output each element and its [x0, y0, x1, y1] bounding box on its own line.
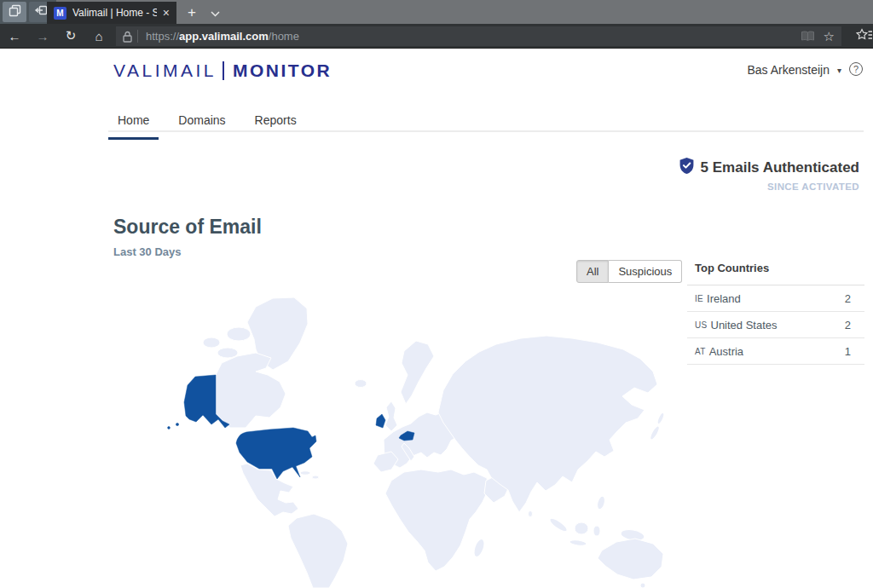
landmass-scandinavia	[401, 341, 434, 404]
country-count: 1	[845, 345, 851, 358]
country-row-austria: AT Austria 1	[687, 338, 864, 365]
favorites-hub-button[interactable]	[854, 26, 873, 46]
emails-authenticated-stat: 5 Emails Authenticated SINCE ACTIVATED	[679, 157, 859, 192]
back-icon: ←	[9, 29, 21, 43]
refresh-button[interactable]: ↻	[58, 24, 84, 48]
country-count: 2	[845, 319, 851, 331]
country-row-ireland: IE Ireland 2	[687, 285, 864, 312]
country-name: Ireland	[707, 292, 845, 305]
landmass-sri-lanka	[529, 511, 533, 517]
landmass-africa	[385, 470, 489, 571]
country-count: 2	[845, 292, 851, 305]
hub-star-icon	[856, 28, 873, 45]
help-button[interactable]: ?	[849, 62, 863, 76]
top-countries-title: Top Countries	[687, 258, 864, 285]
nav-divider	[108, 130, 864, 132]
favorite-star-icon[interactable]: ☆	[824, 29, 835, 44]
country-name: Austria	[709, 345, 845, 358]
landmass-mexico-central-america	[240, 464, 298, 516]
user-name: Bas Arkensteijn	[747, 63, 830, 77]
logo-valimail: VALIMAIL	[113, 61, 217, 81]
landmass-arctic-islands	[227, 327, 251, 341]
country-alaska-aleutians	[168, 427, 171, 429]
main-nav: Home Domains Reports	[108, 107, 316, 140]
world-map-svg	[111, 290, 674, 588]
shield-check-icon	[679, 157, 695, 178]
landmass-java	[569, 539, 587, 547]
tab-preview-button[interactable]	[3, 2, 26, 22]
set-tabs-aside-icon	[34, 4, 48, 20]
browser-tab[interactable]: M Valimail | Home - SCCT ×	[47, 2, 176, 24]
country-code: US	[695, 320, 708, 330]
landmass-tasmania	[640, 583, 645, 588]
address-bar[interactable]: https://app.valimail.com/home ☆	[116, 26, 841, 46]
landmass-iberia	[373, 452, 398, 472]
country-row-united-states: US United States 2	[687, 312, 864, 338]
world-map	[111, 290, 674, 588]
landmass-arctic-islands	[217, 348, 238, 358]
home-button[interactable]: ⌂	[86, 24, 112, 48]
country-code: AT	[695, 347, 706, 356]
back-button[interactable]: ←	[2, 24, 27, 48]
section-subtitle: Last 30 Days	[113, 245, 182, 258]
tab-title: Valimail | Home - SCCT	[72, 7, 157, 19]
landmass-arctic-islands	[203, 337, 220, 348]
tab-reports[interactable]: Reports	[246, 107, 306, 140]
tab-close-icon[interactable]: ×	[163, 7, 170, 19]
section-title: Source of Email	[113, 216, 262, 239]
tab-domains[interactable]: Domains	[169, 107, 234, 140]
forward-button[interactable]: →	[30, 24, 55, 48]
landmass-borneo	[575, 522, 588, 534]
lock-icon	[121, 31, 137, 43]
country-alaska-aleutians	[176, 423, 178, 425]
refresh-icon: ↻	[66, 28, 77, 43]
url-divider	[137, 30, 138, 43]
valimail-monitor-logo: VALIMAIL MONITOR	[113, 61, 332, 81]
browser-window: M Valimail | Home - SCCT × + ← → ↻ ⌂ htt…	[0, 0, 873, 588]
landmass-caribbean	[312, 476, 319, 479]
country-ireland	[376, 414, 385, 428]
landmass-south-america	[288, 514, 348, 588]
user-menu[interactable]: Bas Arkensteijn ▾	[747, 63, 841, 77]
tab-home[interactable]: Home	[108, 107, 159, 140]
logo-divider	[223, 61, 224, 80]
country-name: United States	[711, 319, 845, 331]
landmass-japan	[649, 425, 661, 441]
top-countries-panel: Top Countries IE Ireland 2 US United Sta…	[687, 258, 864, 365]
tab-list-button[interactable]	[205, 2, 225, 24]
landmass-iceland	[355, 380, 367, 388]
landmass-sulawesi	[593, 526, 600, 536]
landmass-australia	[598, 539, 663, 579]
valimail-favicon: M	[54, 7, 66, 20]
page-content: VALIMAIL MONITOR Bas Arkensteijn ▾ ? Hom…	[0, 49, 873, 588]
stat-subtext: SINCE ACTIVATED	[679, 182, 859, 192]
tab-preview-icon	[9, 4, 21, 20]
landmass-madagascar	[472, 538, 487, 558]
titlebar: M Valimail | Home - SCCT × +	[0, 0, 873, 24]
stat-headline: 5 Emails Authenticated	[701, 159, 859, 176]
map-filter-toggle: All Suspicious	[576, 260, 682, 283]
new-tab-button[interactable]: +	[181, 2, 203, 24]
landmass-sumatra	[548, 516, 569, 533]
landmass-great-britain	[385, 401, 397, 431]
browser-toolbar: ← → ↻ ⌂ https://app.valimail.com/home ☆	[0, 24, 873, 49]
forward-icon: →	[37, 29, 49, 43]
country-code: IE	[695, 294, 703, 303]
url-text: https://app.valimail.com/home	[146, 30, 801, 43]
filter-all-button[interactable]: All	[576, 260, 609, 283]
chevron-down-icon	[211, 5, 220, 20]
chevron-down-icon: ▾	[837, 66, 841, 75]
home-icon: ⌂	[95, 29, 102, 43]
logo-monitor: MONITOR	[233, 61, 332, 81]
landmass-caribbean	[300, 471, 310, 475]
filter-suspicious-button[interactable]: Suspicious	[609, 260, 682, 283]
landmass-philippines	[596, 495, 606, 510]
reading-view-icon[interactable]	[801, 31, 815, 42]
landmass-japan	[656, 412, 665, 425]
question-mark-icon: ?	[853, 64, 859, 74]
